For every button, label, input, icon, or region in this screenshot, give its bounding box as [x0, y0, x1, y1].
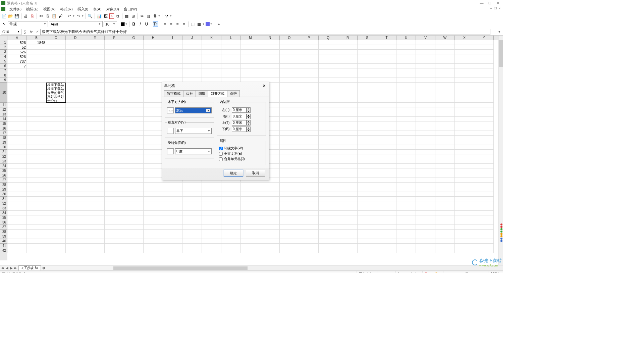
first-sheet-icon[interactable]: ⏮: [1, 266, 5, 270]
print-icon[interactable]: 🖨: [23, 13, 29, 19]
menu-file[interactable]: 文件(F): [7, 7, 23, 12]
col-header-Q[interactable]: Q: [319, 36, 338, 40]
col-header-N[interactable]: N: [260, 36, 280, 40]
formula-input[interactable]: 极光下载站极光下载站今天的天气真好非常好十分好: [40, 29, 490, 35]
merge-icon[interactable]: ⬚: [190, 21, 196, 27]
crop-icon[interactable]: ⧉: [115, 13, 120, 19]
row-header-40[interactable]: 40: [0, 239, 7, 244]
font-color-icon[interactable]: [121, 22, 125, 26]
doc-restore-icon[interactable]: ❐: [493, 7, 497, 10]
row-header-30[interactable]: 30: [0, 192, 7, 197]
copy-icon[interactable]: ⎘: [45, 13, 50, 19]
horizontal-scrollbar[interactable]: [113, 266, 503, 270]
row-header-26[interactable]: 26: [0, 173, 7, 178]
col-header-O[interactable]: O: [280, 36, 299, 40]
bold-icon[interactable]: B: [131, 21, 137, 27]
row-header-23[interactable]: 23: [0, 159, 7, 164]
row-header-38[interactable]: 38: [0, 230, 7, 234]
col-header-F[interactable]: F: [105, 36, 124, 40]
col-header-L[interactable]: L: [221, 36, 241, 40]
more-icon[interactable]: »: [216, 21, 221, 27]
image-icon[interactable]: 🖼: [103, 13, 108, 19]
col-header-U[interactable]: U: [396, 36, 416, 40]
row-header-19[interactable]: 19: [0, 140, 7, 145]
row-header-7[interactable]: 7: [0, 68, 7, 73]
tab-number-format[interactable]: 数字格式: [164, 90, 183, 97]
wrap-text-checkbox[interactable]: [219, 147, 223, 150]
doc-min-icon[interactable]: –: [489, 7, 493, 10]
select-all-corner[interactable]: [0, 36, 7, 40]
cancel-button[interactable]: 取消: [246, 170, 265, 177]
open-icon[interactable]: 📂: [8, 13, 13, 19]
cell-reference-box[interactable]: C10▼: [1, 29, 21, 35]
row-header-25[interactable]: 25: [0, 168, 7, 173]
accept-icon[interactable]: ✓: [34, 29, 40, 35]
row-header-1[interactable]: 1: [0, 40, 7, 45]
col-header-D[interactable]: D: [66, 36, 85, 40]
row-header-32[interactable]: 32: [0, 201, 7, 206]
col-header-K[interactable]: K: [202, 36, 221, 40]
align-right-icon[interactable]: ≡: [175, 21, 180, 27]
font-size-combo[interactable]: 10▼: [104, 21, 117, 27]
cell-style-combo[interactable]: 常规▼: [8, 21, 48, 27]
row-header-33[interactable]: 33: [0, 206, 7, 211]
col-header-E[interactable]: E: [85, 36, 105, 40]
col-header-I[interactable]: I: [163, 36, 182, 40]
pdf-icon[interactable]: ⎘: [30, 13, 35, 19]
last-sheet-icon[interactable]: ⏭: [14, 266, 18, 270]
gridlines-icon[interactable]: ▦: [124, 13, 129, 19]
ok-button[interactable]: 确定: [224, 170, 243, 177]
col-header-B[interactable]: B: [27, 36, 46, 40]
cut-icon[interactable]: ✂: [39, 13, 44, 19]
underline-icon[interactable]: U: [144, 21, 149, 27]
menu-view[interactable]: 视图(V): [41, 7, 58, 12]
halign-combo[interactable]: 默认▼: [175, 107, 212, 113]
row-header-14[interactable]: 14: [0, 117, 7, 121]
chart-icon[interactable]: 📊: [97, 13, 102, 19]
next-sheet-icon[interactable]: ▶: [9, 266, 13, 270]
row-header-12[interactable]: 12: [0, 107, 7, 112]
pad-left-spinner[interactable]: ▲▼: [232, 107, 251, 113]
row-header-27[interactable]: 27: [0, 178, 7, 183]
col-header-V[interactable]: V: [416, 36, 435, 40]
col-header-P[interactable]: P: [299, 36, 319, 40]
new-icon[interactable]: 📄: [1, 13, 7, 19]
function-wizard-icon[interactable]: ∑: [22, 29, 28, 35]
row-header-8[interactable]: 8: [0, 73, 7, 78]
row-header-5[interactable]: 5: [0, 59, 7, 64]
row-header-22[interactable]: 22: [0, 154, 7, 159]
col-header-G[interactable]: G: [124, 36, 144, 40]
col-header-C[interactable]: C: [46, 36, 66, 40]
pad-top-spinner[interactable]: ▲▼: [232, 120, 251, 126]
row-header-11[interactable]: 11: [0, 103, 7, 107]
col-header-J[interactable]: J: [182, 36, 202, 40]
row-header-34[interactable]: 34: [0, 211, 7, 215]
sort-icon[interactable]: ⇅: [152, 13, 158, 19]
tab-shadow[interactable]: 阴影: [196, 90, 208, 97]
zoom-in-icon[interactable]: +: [483, 272, 485, 272]
col-header-Y[interactable]: Y: [474, 36, 494, 40]
paste-icon[interactable]: 📋: [51, 13, 57, 19]
col-header-A[interactable]: A: [7, 36, 27, 40]
freeze-icon[interactable]: ▥: [146, 13, 151, 19]
undo-icon[interactable]: ↶: [67, 13, 72, 19]
row-header-13[interactable]: 13: [0, 112, 7, 117]
format-painter-icon[interactable]: 🖌: [58, 13, 63, 19]
row-header-20[interactable]: 20: [0, 145, 7, 150]
col-header-T[interactable]: T: [377, 36, 396, 40]
dialog-close-icon[interactable]: ✕: [261, 83, 267, 88]
row-header-21[interactable]: 21: [0, 150, 7, 154]
save-icon[interactable]: 💾: [14, 13, 19, 19]
row-header-35[interactable]: 35: [0, 215, 7, 220]
menu-table[interactable]: 表(A): [91, 7, 104, 12]
row-header-17[interactable]: 17: [0, 131, 7, 136]
col-header-M[interactable]: M: [241, 36, 260, 40]
close-button[interactable]: ✕: [494, 1, 502, 5]
row-header-6[interactable]: 6: [0, 64, 7, 68]
row-header-15[interactable]: 15: [0, 121, 7, 126]
zoom-out-icon[interactable]: −: [445, 272, 447, 273]
row-header-36[interactable]: 36: [0, 220, 7, 225]
autofilter-icon[interactable]: ⧩: [164, 13, 169, 19]
borders-icon[interactable]: ▦: [197, 21, 202, 27]
row-header-29[interactable]: 29: [0, 187, 7, 192]
